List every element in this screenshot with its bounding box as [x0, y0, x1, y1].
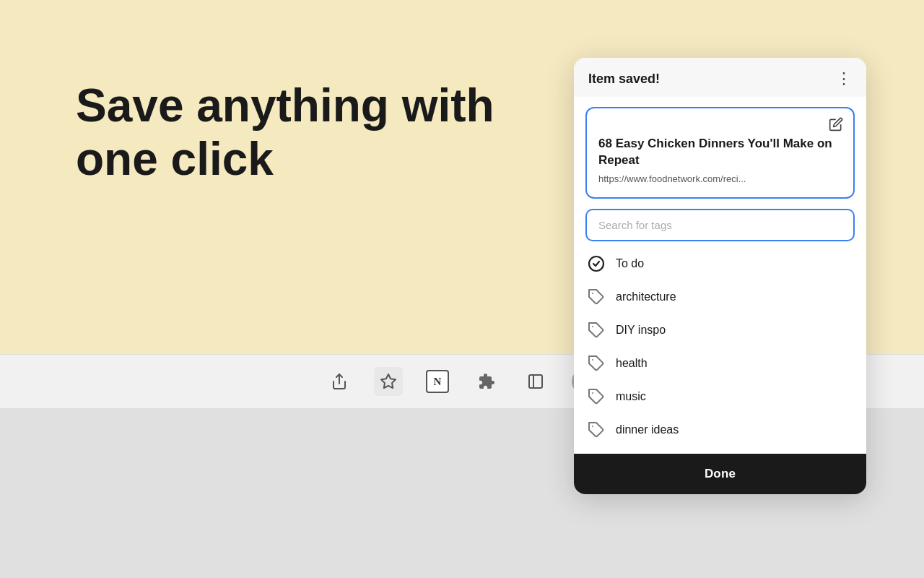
- save-popup: Item saved! ⋮ 68 Easy Chicken Dinners Yo…: [574, 58, 866, 494]
- tag-label: health: [616, 357, 648, 370]
- share-icon[interactable]: [325, 367, 354, 396]
- tag-item-music[interactable]: music: [577, 380, 863, 413]
- svg-rect-2: [529, 375, 542, 388]
- tag-item-todo[interactable]: To do: [577, 247, 863, 280]
- tag-search-wrap: [585, 209, 855, 241]
- sidebar-icon[interactable]: [521, 367, 550, 396]
- saved-item-title: 68 Easy Chicken Dinners You'll Make on R…: [598, 136, 842, 169]
- popup-header: Item saved! ⋮: [574, 58, 866, 97]
- tag-item-diy-inspo[interactable]: DIY inspo: [577, 314, 863, 347]
- checked-icon: [587, 254, 606, 273]
- edit-icon[interactable]: [829, 117, 843, 135]
- tags-list: To do architecture DIY inspo health musi…: [574, 247, 866, 447]
- tag-outline-icon: [587, 321, 606, 340]
- tag-outline-icon: [587, 288, 606, 306]
- tag-label: dinner ideas: [616, 423, 679, 436]
- tag-outline-icon: [587, 354, 606, 373]
- tag-label: To do: [616, 257, 644, 270]
- tag-item-health[interactable]: health: [577, 347, 863, 380]
- notion-icon[interactable]: N: [423, 367, 452, 396]
- popup-title: Item saved!: [588, 72, 660, 87]
- star-icon[interactable]: [374, 367, 403, 396]
- tag-outline-icon: [587, 420, 606, 439]
- tag-item-dinner-ideas[interactable]: dinner ideas: [577, 413, 863, 447]
- svg-point-4: [589, 256, 603, 271]
- saved-item-url: https://www.foodnetwork.com/reci...: [598, 173, 842, 184]
- tag-search-input[interactable]: [585, 209, 855, 241]
- svg-marker-1: [381, 374, 396, 388]
- tag-label: DIY inspo: [616, 324, 666, 337]
- popup-more-button[interactable]: ⋮: [836, 71, 852, 87]
- tag-outline-icon: [587, 387, 606, 406]
- hero-text: Save anything with one click: [76, 79, 509, 186]
- tag-label: architecture: [616, 290, 676, 303]
- saved-item-card: 68 Easy Chicken Dinners You'll Make on R…: [585, 107, 855, 199]
- puzzle-icon[interactable]: [472, 367, 501, 396]
- tag-item-architecture[interactable]: architecture: [577, 280, 863, 314]
- done-button[interactable]: Done: [574, 454, 866, 494]
- tag-label: music: [616, 390, 646, 403]
